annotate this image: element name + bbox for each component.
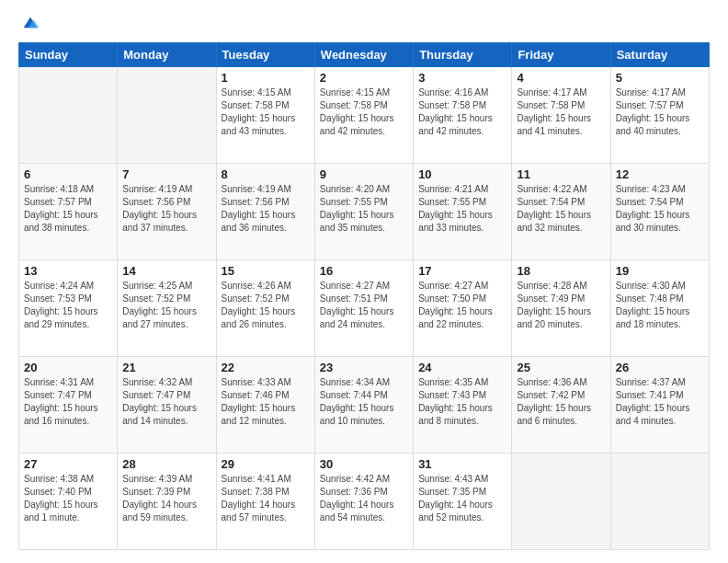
day-content: Sunrise: 4:30 AM Sunset: 7:48 PM Dayligh… bbox=[616, 280, 704, 331]
calendar-cell: 7Sunrise: 4:19 AM Sunset: 7:56 PM Daylig… bbox=[118, 164, 216, 260]
calendar-cell: 4Sunrise: 4:17 AM Sunset: 7:58 PM Daylig… bbox=[512, 67, 610, 164]
calendar-cell: 19Sunrise: 4:30 AM Sunset: 7:48 PM Dayli… bbox=[610, 260, 709, 357]
page: SundayMondayTuesdayWednesdayThursdayFrid… bbox=[0, 0, 728, 563]
calendar-cell: 27Sunrise: 4:38 AM Sunset: 7:40 PM Dayli… bbox=[19, 454, 118, 550]
day-number: 17 bbox=[418, 264, 506, 278]
day-number: 25 bbox=[517, 361, 605, 374]
day-content: Sunrise: 4:28 AM Sunset: 7:49 PM Dayligh… bbox=[517, 280, 605, 331]
calendar-cell: 12Sunrise: 4:23 AM Sunset: 7:54 PM Dayli… bbox=[610, 164, 709, 260]
day-number: 15 bbox=[222, 264, 310, 278]
calendar-week-2: 6Sunrise: 4:18 AM Sunset: 7:57 PM Daylig… bbox=[19, 164, 710, 260]
day-number: 11 bbox=[517, 167, 605, 181]
day-content: Sunrise: 4:38 AM Sunset: 7:40 PM Dayligh… bbox=[24, 473, 112, 524]
calendar-cell: 25Sunrise: 4:36 AM Sunset: 7:42 PM Dayli… bbox=[512, 357, 610, 454]
day-number: 21 bbox=[122, 361, 210, 374]
calendar-header-thursday: Thursday bbox=[414, 43, 512, 67]
calendar-cell: 22Sunrise: 4:33 AM Sunset: 7:46 PM Dayli… bbox=[216, 357, 314, 454]
calendar-body: 1Sunrise: 4:15 AM Sunset: 7:58 PM Daylig… bbox=[19, 67, 710, 550]
calendar-cell: 20Sunrise: 4:31 AM Sunset: 7:47 PM Dayli… bbox=[19, 357, 118, 454]
day-number: 8 bbox=[222, 167, 310, 181]
calendar-cell bbox=[512, 454, 610, 550]
day-number: 28 bbox=[122, 457, 210, 471]
day-number: 26 bbox=[616, 361, 704, 374]
day-number: 3 bbox=[418, 71, 506, 85]
calendar-week-4: 20Sunrise: 4:31 AM Sunset: 7:47 PM Dayli… bbox=[19, 357, 710, 454]
day-content: Sunrise: 4:43 AM Sunset: 7:35 PM Dayligh… bbox=[418, 473, 506, 524]
header bbox=[18, 17, 710, 33]
day-content: Sunrise: 4:35 AM Sunset: 7:43 PM Dayligh… bbox=[418, 376, 506, 428]
calendar-header-sunday: Sunday bbox=[19, 43, 118, 67]
day-number: 1 bbox=[222, 71, 310, 85]
day-content: Sunrise: 4:18 AM Sunset: 7:57 PM Dayligh… bbox=[24, 183, 112, 235]
day-number: 29 bbox=[222, 457, 310, 471]
calendar-cell bbox=[610, 454, 709, 550]
day-content: Sunrise: 4:27 AM Sunset: 7:51 PM Dayligh… bbox=[320, 280, 408, 331]
day-content: Sunrise: 4:22 AM Sunset: 7:54 PM Dayligh… bbox=[517, 183, 605, 235]
calendar-week-3: 13Sunrise: 4:24 AM Sunset: 7:53 PM Dayli… bbox=[19, 260, 710, 357]
calendar-header-row: SundayMondayTuesdayWednesdayThursdayFrid… bbox=[19, 43, 710, 67]
calendar-cell: 24Sunrise: 4:35 AM Sunset: 7:43 PM Dayli… bbox=[414, 357, 512, 454]
calendar-cell: 21Sunrise: 4:32 AM Sunset: 7:47 PM Dayli… bbox=[118, 357, 216, 454]
calendar-week-1: 1Sunrise: 4:15 AM Sunset: 7:58 PM Daylig… bbox=[19, 67, 710, 164]
calendar-cell: 2Sunrise: 4:15 AM Sunset: 7:58 PM Daylig… bbox=[314, 67, 413, 164]
day-number: 23 bbox=[320, 361, 408, 374]
day-number: 24 bbox=[418, 361, 506, 374]
day-number: 4 bbox=[517, 71, 605, 85]
day-content: Sunrise: 4:24 AM Sunset: 7:53 PM Dayligh… bbox=[24, 280, 112, 331]
calendar-cell: 9Sunrise: 4:20 AM Sunset: 7:55 PM Daylig… bbox=[314, 164, 413, 260]
calendar-cell: 28Sunrise: 4:39 AM Sunset: 7:39 PM Dayli… bbox=[118, 454, 216, 550]
calendar-cell: 8Sunrise: 4:19 AM Sunset: 7:56 PM Daylig… bbox=[216, 164, 314, 260]
day-content: Sunrise: 4:42 AM Sunset: 7:36 PM Dayligh… bbox=[320, 473, 408, 524]
calendar-header-wednesday: Wednesday bbox=[314, 43, 413, 67]
day-number: 5 bbox=[616, 71, 704, 85]
calendar-cell: 17Sunrise: 4:27 AM Sunset: 7:50 PM Dayli… bbox=[414, 260, 512, 357]
day-number: 12 bbox=[616, 167, 704, 181]
calendar-cell: 30Sunrise: 4:42 AM Sunset: 7:36 PM Dayli… bbox=[314, 454, 413, 550]
calendar-cell: 16Sunrise: 4:27 AM Sunset: 7:51 PM Dayli… bbox=[314, 260, 413, 357]
calendar-cell: 14Sunrise: 4:25 AM Sunset: 7:52 PM Dayli… bbox=[118, 260, 216, 357]
day-number: 20 bbox=[24, 361, 112, 374]
calendar-header-tuesday: Tuesday bbox=[216, 43, 314, 67]
day-content: Sunrise: 4:16 AM Sunset: 7:58 PM Dayligh… bbox=[418, 86, 506, 138]
day-content: Sunrise: 4:15 AM Sunset: 7:58 PM Dayligh… bbox=[222, 86, 310, 138]
logo-icon bbox=[20, 13, 40, 33]
day-content: Sunrise: 4:23 AM Sunset: 7:54 PM Dayligh… bbox=[616, 183, 704, 235]
day-number: 2 bbox=[320, 71, 408, 85]
calendar-cell: 18Sunrise: 4:28 AM Sunset: 7:49 PM Dayli… bbox=[512, 260, 610, 357]
day-number: 6 bbox=[24, 167, 112, 181]
day-number: 30 bbox=[320, 457, 408, 471]
day-number: 27 bbox=[24, 457, 112, 471]
day-number: 16 bbox=[320, 264, 408, 278]
calendar-cell: 10Sunrise: 4:21 AM Sunset: 7:55 PM Dayli… bbox=[414, 164, 512, 260]
day-number: 7 bbox=[122, 167, 210, 181]
day-number: 13 bbox=[24, 264, 112, 278]
logo bbox=[18, 17, 42, 33]
day-content: Sunrise: 4:41 AM Sunset: 7:38 PM Dayligh… bbox=[222, 473, 310, 524]
calendar-header-saturday: Saturday bbox=[610, 43, 709, 67]
calendar-cell: 23Sunrise: 4:34 AM Sunset: 7:44 PM Dayli… bbox=[314, 357, 413, 454]
calendar-cell: 11Sunrise: 4:22 AM Sunset: 7:54 PM Dayli… bbox=[512, 164, 610, 260]
day-content: Sunrise: 4:32 AM Sunset: 7:47 PM Dayligh… bbox=[122, 376, 210, 428]
day-content: Sunrise: 4:37 AM Sunset: 7:41 PM Dayligh… bbox=[616, 376, 704, 428]
calendar-header-friday: Friday bbox=[512, 43, 610, 67]
day-content: Sunrise: 4:20 AM Sunset: 7:55 PM Dayligh… bbox=[320, 183, 408, 235]
day-number: 18 bbox=[517, 264, 605, 278]
calendar-cell: 26Sunrise: 4:37 AM Sunset: 7:41 PM Dayli… bbox=[610, 357, 709, 454]
day-content: Sunrise: 4:17 AM Sunset: 7:57 PM Dayligh… bbox=[616, 86, 704, 138]
day-content: Sunrise: 4:36 AM Sunset: 7:42 PM Dayligh… bbox=[517, 376, 605, 428]
calendar-cell: 15Sunrise: 4:26 AM Sunset: 7:52 PM Dayli… bbox=[216, 260, 314, 357]
day-number: 10 bbox=[418, 167, 506, 181]
day-content: Sunrise: 4:21 AM Sunset: 7:55 PM Dayligh… bbox=[418, 183, 506, 235]
day-number: 14 bbox=[122, 264, 210, 278]
calendar-cell: 29Sunrise: 4:41 AM Sunset: 7:38 PM Dayli… bbox=[216, 454, 314, 550]
day-number: 19 bbox=[616, 264, 704, 278]
calendar-cell: 13Sunrise: 4:24 AM Sunset: 7:53 PM Dayli… bbox=[19, 260, 118, 357]
day-content: Sunrise: 4:17 AM Sunset: 7:58 PM Dayligh… bbox=[517, 86, 605, 138]
day-content: Sunrise: 4:26 AM Sunset: 7:52 PM Dayligh… bbox=[222, 280, 310, 331]
day-content: Sunrise: 4:25 AM Sunset: 7:52 PM Dayligh… bbox=[122, 280, 210, 331]
day-content: Sunrise: 4:31 AM Sunset: 7:47 PM Dayligh… bbox=[24, 376, 112, 428]
day-content: Sunrise: 4:15 AM Sunset: 7:58 PM Dayligh… bbox=[320, 86, 408, 138]
day-content: Sunrise: 4:34 AM Sunset: 7:44 PM Dayligh… bbox=[320, 376, 408, 428]
calendar-cell: 31Sunrise: 4:43 AM Sunset: 7:35 PM Dayli… bbox=[414, 454, 512, 550]
calendar: SundayMondayTuesdayWednesdayThursdayFrid… bbox=[18, 42, 710, 550]
